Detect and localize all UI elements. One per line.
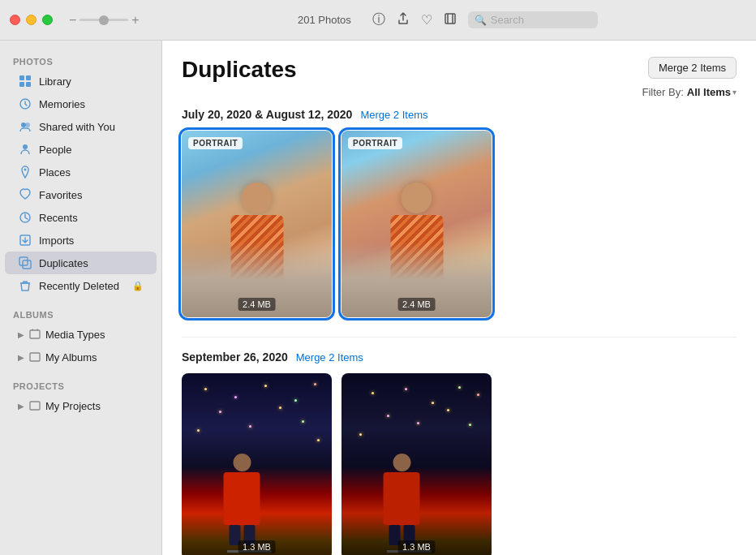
svg-rect-5 bbox=[19, 82, 24, 87]
svg-rect-4 bbox=[26, 75, 31, 80]
people-icon bbox=[18, 142, 32, 157]
sidebar-item-media-types[interactable]: ▶ Media Types bbox=[5, 323, 157, 346]
chevron-down-icon: ▾ bbox=[732, 88, 737, 97]
photos-section-label: Photos bbox=[0, 50, 161, 70]
sidebar-item-people[interactable]: People bbox=[5, 138, 157, 161]
zoom-out-icon[interactable]: − bbox=[69, 13, 76, 28]
group-header-1: July 20, 2020 & August 12, 2020 Merge 2 … bbox=[182, 108, 737, 121]
my-albums-icon bbox=[28, 350, 42, 364]
svg-point-10 bbox=[23, 144, 28, 149]
sidebar-label-imports: Imports bbox=[39, 234, 74, 247]
lock-icon: 🔒 bbox=[132, 281, 144, 291]
portrait-badge-2: PORTRAIT bbox=[348, 137, 402, 149]
chevron-right-icon-3: ▶ bbox=[18, 402, 24, 411]
merge-link-2[interactable]: Merge 2 Items bbox=[296, 351, 363, 364]
sidebar-label-recently-deleted: Recently Deleted bbox=[39, 280, 119, 292]
search-icon: 🔍 bbox=[475, 15, 487, 26]
search-box[interactable]: 🔍 Search bbox=[468, 11, 598, 28]
group-date-1: July 20, 2020 & August 12, 2020 bbox=[182, 108, 352, 121]
maximize-button[interactable] bbox=[42, 15, 53, 25]
recents-icon bbox=[18, 210, 32, 225]
photo-size-4: 1.3 MB bbox=[397, 540, 436, 553]
sidebar: Photos Library Memories Shared with You … bbox=[0, 41, 162, 555]
minimize-button[interactable] bbox=[26, 15, 37, 25]
content-area: Duplicates Merge 2 Items Filter By: All … bbox=[162, 41, 756, 555]
sidebar-label-duplicates: Duplicates bbox=[39, 257, 88, 269]
close-button[interactable] bbox=[10, 15, 20, 25]
merge-top-button[interactable]: Merge 2 Items bbox=[648, 57, 737, 79]
favorite-icon[interactable]: ♡ bbox=[421, 12, 432, 28]
photo-card-1[interactable]: PORTRAIT 2.4 MB bbox=[182, 131, 332, 317]
sidebar-item-places[interactable]: Places bbox=[5, 161, 157, 183]
my-projects-icon bbox=[28, 398, 42, 413]
sidebar-label-my-albums: My Albums bbox=[45, 351, 97, 364]
memories-icon bbox=[18, 97, 32, 111]
sidebar-item-duplicates[interactable]: Duplicates bbox=[5, 252, 157, 274]
sidebar-item-my-albums[interactable]: ▶ My Albums bbox=[5, 346, 157, 368]
photo-card-2[interactable]: PORTRAIT 2.4 MB bbox=[341, 131, 492, 317]
search-input[interactable]: Search bbox=[491, 14, 591, 26]
sidebar-item-imports[interactable]: Imports bbox=[5, 229, 157, 252]
projects-section-label: Projects bbox=[0, 375, 161, 394]
shared-icon bbox=[18, 119, 32, 134]
sidebar-item-recents[interactable]: Recents bbox=[5, 206, 157, 229]
photo-card-3[interactable]: 1.3 MB bbox=[182, 373, 332, 555]
svg-rect-3 bbox=[19, 75, 24, 80]
filter-row: Filter By: All Items ▾ bbox=[182, 86, 737, 98]
zoom-slider[interactable] bbox=[79, 19, 128, 21]
merge-link-1[interactable]: Merge 2 Items bbox=[360, 109, 427, 121]
photo-card-4[interactable]: 1.3 MB bbox=[341, 373, 492, 555]
sidebar-label-memories: Memories bbox=[39, 98, 85, 110]
sidebar-label-places: Places bbox=[39, 166, 71, 179]
info-icon[interactable]: ⓘ bbox=[372, 11, 385, 28]
svg-rect-15 bbox=[23, 260, 31, 269]
sidebar-item-memories[interactable]: Memories bbox=[5, 92, 157, 115]
sidebar-label-my-projects: My Projects bbox=[45, 400, 101, 412]
svg-rect-14 bbox=[19, 257, 28, 265]
duplicates-icon bbox=[18, 256, 32, 270]
sidebar-item-library[interactable]: Library bbox=[5, 70, 157, 92]
svg-point-11 bbox=[24, 169, 27, 171]
crop-icon[interactable] bbox=[444, 12, 457, 28]
photo-size-3: 1.3 MB bbox=[238, 540, 276, 553]
sidebar-item-recently-deleted[interactable]: Recently Deleted 🔒 bbox=[5, 274, 157, 297]
photos-grid-1: PORTRAIT 2.4 MB PORTRAIT 2.4 MB bbox=[182, 131, 737, 317]
photo-count: 201 Photos bbox=[298, 14, 351, 26]
svg-rect-0 bbox=[445, 14, 455, 24]
filter-label: Filter By: bbox=[642, 86, 684, 98]
svg-rect-17 bbox=[30, 330, 40, 338]
places-icon bbox=[18, 165, 32, 179]
photo-size-1: 2.4 MB bbox=[238, 298, 276, 311]
page-title: Duplicates bbox=[182, 57, 297, 83]
grid-icon bbox=[18, 74, 32, 88]
trash-icon bbox=[18, 278, 32, 293]
share-icon[interactable] bbox=[397, 12, 410, 28]
traffic-lights bbox=[10, 15, 53, 25]
svg-point-9 bbox=[25, 123, 30, 127]
sidebar-label-favorites: Favorites bbox=[39, 189, 82, 201]
heart-icon bbox=[18, 187, 32, 202]
zoom-in-icon[interactable]: + bbox=[131, 13, 139, 28]
sidebar-label-people: People bbox=[39, 144, 71, 156]
chevron-right-icon: ▶ bbox=[18, 330, 24, 339]
sidebar-label-media-types: Media Types bbox=[45, 329, 105, 341]
imports-icon bbox=[18, 233, 32, 247]
photos-grid-2: 1.3 MB bbox=[182, 373, 737, 555]
group-header-2: September 26, 2020 Merge 2 Items bbox=[182, 351, 737, 364]
svg-rect-6 bbox=[26, 82, 31, 87]
divider-1 bbox=[182, 337, 737, 338]
sidebar-item-my-projects[interactable]: ▶ My Projects bbox=[5, 394, 157, 417]
sidebar-label-shared: Shared with You bbox=[39, 121, 115, 133]
zoom-control: − + bbox=[69, 13, 140, 28]
sidebar-label-library: Library bbox=[39, 75, 71, 88]
group-date-2: September 26, 2020 bbox=[182, 351, 288, 364]
svg-rect-18 bbox=[30, 353, 40, 361]
sidebar-item-favorites[interactable]: Favorites bbox=[5, 183, 157, 206]
svg-rect-19 bbox=[30, 402, 40, 410]
sidebar-item-shared-with-you[interactable]: Shared with You bbox=[5, 115, 157, 138]
media-types-icon bbox=[28, 327, 42, 342]
sidebar-label-recents: Recents bbox=[39, 212, 78, 224]
content-header: Duplicates Merge 2 Items bbox=[182, 57, 737, 83]
photo-size-2: 2.4 MB bbox=[397, 298, 436, 311]
filter-value[interactable]: All Items bbox=[687, 86, 731, 98]
